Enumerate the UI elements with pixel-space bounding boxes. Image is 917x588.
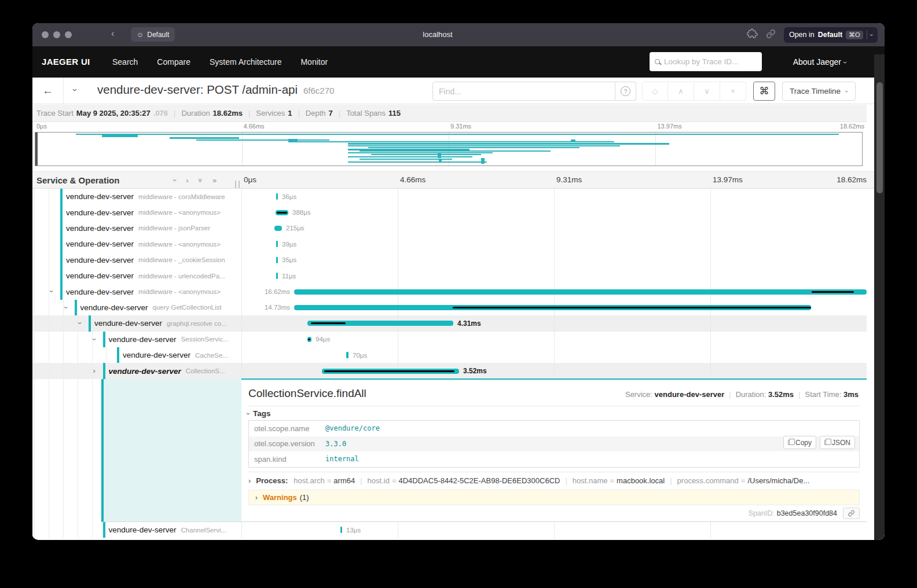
prev-match-icon[interactable]: ∧ [668, 82, 694, 101]
chevron-down-icon[interactable]: › [868, 34, 875, 35]
span-name-cell[interactable]: ›vendure-dev-serverquery GetCollectionLi… [32, 300, 241, 315]
clear-find-icon[interactable]: × [720, 82, 746, 101]
span-duration-bar[interactable] [294, 305, 811, 310]
span-row[interactable]: vendure-dev-servermiddleware - <anonymou… [32, 236, 867, 252]
span-name-cell[interactable]: vendure-dev-serverCacheSe... [32, 347, 241, 363]
about-jaeger-menu[interactable]: About Jaeger› [793, 57, 846, 67]
expand-chevron-icon[interactable]: › [93, 366, 96, 375]
process-key: host.name [573, 476, 608, 485]
collapse-one-icon[interactable]: › [171, 179, 179, 181]
span-duration-bar[interactable] [276, 193, 278, 200]
process-value: arm64 [333, 476, 355, 485]
open-in-default-button[interactable]: Open in Default ⌘O › [784, 27, 878, 43]
span-duration-label: 4.31ms [457, 320, 481, 328]
process-section-toggle[interactable]: › Process: host.arch=arm64|host.id=4D4DD… [248, 472, 860, 489]
extensions-puzzle-icon[interactable] [747, 28, 758, 41]
json-button[interactable]: JSON [820, 436, 855, 449]
window-zoom-button[interactable] [65, 31, 72, 38]
span-duration-bar[interactable] [340, 527, 342, 533]
span-duration-bar[interactable] [307, 337, 311, 342]
span-name-cell[interactable]: vendure-dev-servermiddleware - <anonymou… [32, 204, 241, 220]
expand-all-icon[interactable]: » [212, 176, 217, 185]
span-name: vendure-dev-servermiddleware - _cookieSe… [66, 252, 225, 268]
window-close-button[interactable] [42, 31, 49, 38]
minimap-span-line [348, 145, 620, 146]
span-name-cell[interactable]: vendure-dev-servermiddleware - _cookieSe… [32, 252, 241, 268]
collapse-chevron-icon[interactable]: › [61, 306, 70, 308]
nav-item-search[interactable]: Search [112, 57, 138, 67]
nav-item-system-architecture[interactable]: System Architecture [210, 57, 282, 67]
span-name-cell[interactable]: ›vendure-dev-serverCollectionS... [32, 363, 241, 378]
span-name-cell[interactable]: ›vendure-dev-serverSessionServic... [32, 332, 241, 347]
span-duration-bar[interactable] [274, 226, 282, 231]
span-duration-bar[interactable] [346, 352, 349, 358]
span-duration-bar[interactable] [276, 241, 278, 247]
service-name: vendure-dev-server [80, 303, 148, 312]
child-span-overlay [308, 339, 310, 340]
browser-tab[interactable]: ☺ Default [131, 27, 175, 42]
trace-minimap[interactable] [35, 132, 863, 166]
span-name-cell[interactable]: vendure-dev-servermiddleware - urlencode… [32, 268, 241, 284]
span-name-cell[interactable]: vendure-dev-servermiddleware - <anonymou… [32, 236, 241, 252]
span-row[interactable]: vendure-dev-serverCacheSe...70μs [32, 347, 867, 363]
trace-lookup-input[interactable]: Lookup by Trace ID... [650, 52, 762, 71]
span-name-cell[interactable]: vendure-dev-serverChannelServi... [32, 522, 241, 538]
span-duration-bar[interactable] [322, 369, 459, 374]
collapse-trace-chevron-icon[interactable]: › [71, 89, 80, 91]
span-row[interactable]: ›vendure-dev-serverSessionServic...94μs [32, 332, 867, 347]
indent-guide [49, 189, 49, 204]
collapse-all-icon[interactable]: » [196, 178, 205, 182]
span-name-cell[interactable]: vendure-dev-servermiddleware - jsonParse… [32, 220, 241, 236]
span-row[interactable]: vendure-dev-servermiddleware - corsMiddl… [32, 189, 867, 204]
scrollbar-thumb[interactable] [876, 82, 883, 193]
collapse-chevron-icon[interactable]: › [76, 322, 85, 325]
collapse-chevron-icon[interactable]: › [90, 338, 98, 340]
span-row[interactable]: vendure-dev-serverChannelServi...13μs [32, 522, 867, 538]
span-duration-bar[interactable] [294, 289, 867, 295]
view-selector-dropdown[interactable]: Trace Timeline› [782, 82, 856, 101]
nav-item-monitor[interactable]: Monitor [300, 57, 328, 67]
span-name-cell[interactable]: ›vendure-dev-servermiddleware - <anonymo… [32, 284, 241, 299]
minimap-span-line [360, 150, 551, 152]
span-row[interactable]: vendure-dev-servermiddleware - jsonParse… [32, 220, 867, 236]
collapse-chevron-icon[interactable]: › [47, 291, 56, 293]
selected-span-column[interactable] [101, 379, 241, 522]
span-duration-bar[interactable] [307, 321, 453, 326]
span-name-cell[interactable]: ›vendure-dev-servergraphql.resolve co... [32, 315, 241, 331]
address-url: localhost [357, 30, 519, 39]
span-row[interactable]: vendure-dev-servermiddleware - <anonymou… [32, 204, 867, 220]
span-duration-bar[interactable] [276, 210, 288, 215]
expand-one-icon[interactable]: › [186, 176, 188, 185]
span-row[interactable]: ›vendure-dev-servermiddleware - <anonymo… [32, 284, 867, 299]
span-row[interactable]: ›vendure-dev-serverquery GetCollectionLi… [32, 300, 867, 315]
browser-back-icon[interactable]: ‹ [111, 28, 115, 39]
copy-link-icon[interactable] [765, 29, 776, 41]
span-row[interactable]: vendure-dev-servermiddleware - urlencode… [32, 268, 867, 284]
tags-section-toggle[interactable]: ›Tags [247, 409, 271, 418]
find-input[interactable] [432, 82, 615, 101]
jaeger-logo[interactable]: JAEGER UI [42, 57, 90, 67]
window-minimize-button[interactable] [53, 31, 60, 38]
tags-table: otel.scope.name@vendure/coreotel.scope.v… [248, 420, 860, 468]
span-duration-label: 14.73ms [265, 304, 290, 311]
column-resizer-handle[interactable] [235, 181, 240, 188]
find-help-button[interactable]: ? [615, 82, 636, 101]
span-duration-bar[interactable] [276, 257, 278, 263]
minimap-drag-handle[interactable] [35, 133, 38, 166]
next-match-icon[interactable]: ∨ [694, 82, 720, 101]
match-icon[interactable]: ◇ [642, 82, 668, 101]
span-name: vendure-dev-serverChannelServi... [109, 522, 227, 538]
span-row[interactable]: ›vendure-dev-servergraphql.resolve co...… [32, 315, 867, 331]
span-name-cell[interactable]: vendure-dev-servermiddleware - corsMiddl… [32, 189, 241, 204]
copy-button[interactable]: Copy [783, 436, 816, 449]
back-button[interactable]: ← [32, 78, 64, 104]
span-duration-bar[interactable] [276, 273, 278, 279]
span-row[interactable]: vendure-dev-servermiddleware - _cookieSe… [32, 252, 867, 268]
nav-item-compare[interactable]: Compare [157, 57, 190, 67]
span-row[interactable]: ›vendure-dev-serverCollectionS...3.52ms [32, 363, 867, 378]
warnings-section-toggle[interactable]: › Warnings (1) [248, 490, 860, 505]
tag-key: otel.scope.name [249, 424, 325, 433]
keyboard-shortcuts-button[interactable]: ⌘ [753, 82, 775, 101]
deep-link-button[interactable] [843, 508, 860, 519]
indent-guide [78, 522, 78, 538]
